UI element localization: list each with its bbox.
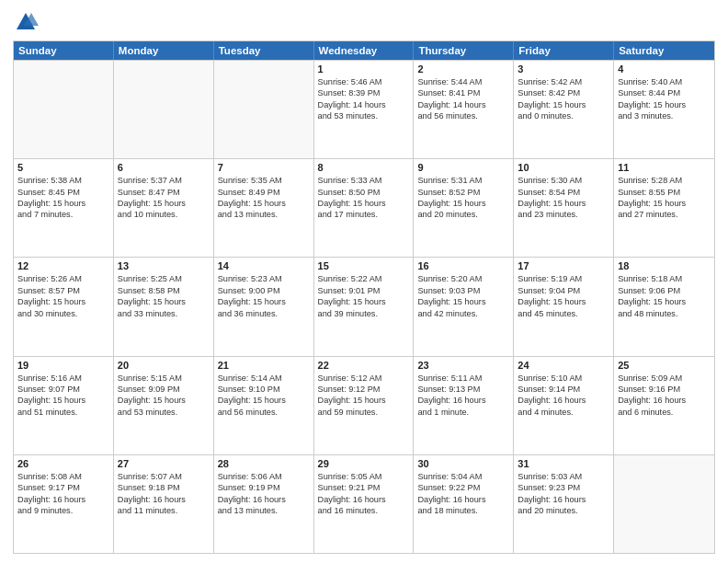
calendar-cell: 24Sunrise: 5:10 AMSunset: 9:14 PMDayligh… [514, 357, 614, 454]
cell-line: and 36 minutes. [218, 308, 310, 319]
day-number: 17 [518, 260, 609, 271]
cell-line: and 42 minutes. [417, 308, 509, 319]
day-number: 12 [17, 260, 109, 271]
calendar-cell: 23Sunrise: 5:11 AMSunset: 9:13 PMDayligh… [414, 357, 514, 454]
day-number: 26 [17, 458, 109, 469]
logo-icon [13, 9, 39, 35]
cell-line: Sunrise: 5:30 AM [518, 175, 609, 186]
cell-line: Sunset: 8:55 PM [618, 187, 711, 198]
cell-line: and 17 minutes. [318, 209, 410, 220]
cell-line: Sunset: 9:22 PM [417, 482, 509, 493]
calendar-cell: 2Sunrise: 5:44 AMSunset: 8:41 PMDaylight… [414, 61, 514, 158]
calendar-row-4: 26Sunrise: 5:08 AMSunset: 9:17 PMDayligh… [14, 454, 714, 553]
calendar-cell: 11Sunrise: 5:28 AMSunset: 8:55 PMDayligh… [614, 159, 714, 257]
cell-line: Daylight: 16 hours [17, 494, 109, 505]
cell-line: Sunrise: 5:14 AM [218, 373, 310, 384]
cell-line: Sunset: 8:44 PM [618, 87, 711, 98]
cell-line: Sunrise: 5:40 AM [618, 76, 711, 87]
header-day-sunday: Sunday [14, 41, 114, 60]
cell-line: Daylight: 15 hours [118, 296, 210, 307]
cell-line: Daylight: 15 hours [417, 198, 509, 209]
cell-line: Sunset: 8:52 PM [417, 187, 509, 198]
calendar-cell: 20Sunrise: 5:15 AMSunset: 9:09 PMDayligh… [114, 357, 214, 454]
cell-line: Sunset: 9:10 PM [218, 384, 310, 395]
header-day-tuesday: Tuesday [214, 41, 314, 60]
day-number: 30 [417, 458, 509, 469]
cell-line: and 11 minutes. [118, 505, 210, 516]
header-day-wednesday: Wednesday [314, 41, 415, 60]
cell-line: Daylight: 15 hours [618, 296, 711, 307]
day-number: 7 [218, 162, 310, 173]
cell-line: and 18 minutes. [417, 505, 509, 516]
cell-line: Sunset: 9:17 PM [17, 482, 109, 493]
calendar-cell [614, 455, 714, 553]
cell-line: Sunset: 9:06 PM [618, 285, 711, 296]
cell-line: and 56 minutes. [417, 110, 509, 121]
calendar-cell: 21Sunrise: 5:14 AMSunset: 9:10 PMDayligh… [214, 357, 314, 454]
cell-line: Sunset: 9:14 PM [518, 384, 609, 395]
day-number: 23 [417, 360, 509, 371]
calendar: SundayMondayTuesdayWednesdayThursdayFrid… [13, 40, 715, 554]
cell-line: and 13 minutes. [218, 209, 310, 220]
cell-line: Sunset: 9:09 PM [118, 384, 210, 395]
cell-line: Sunrise: 5:31 AM [417, 175, 509, 186]
day-number: 31 [518, 458, 609, 469]
cell-line: and 4 minutes. [518, 407, 609, 418]
cell-line: and 53 minutes. [318, 110, 410, 121]
day-number: 20 [118, 360, 210, 371]
cell-line: and 45 minutes. [518, 308, 609, 319]
cell-line: Sunrise: 5:12 AM [318, 373, 410, 384]
cell-line: Sunset: 9:16 PM [618, 384, 711, 395]
cell-line: Daylight: 15 hours [318, 198, 410, 209]
calendar-cell: 17Sunrise: 5:19 AMSunset: 9:04 PMDayligh… [514, 258, 614, 355]
cell-line: and 0 minutes. [518, 110, 609, 121]
day-number: 18 [618, 260, 711, 271]
calendar-cell: 3Sunrise: 5:42 AMSunset: 8:42 PMDaylight… [514, 61, 614, 158]
day-number: 25 [618, 360, 711, 371]
calendar-cell: 14Sunrise: 5:23 AMSunset: 9:00 PMDayligh… [214, 258, 314, 355]
page: SundayMondayTuesdayWednesdayThursdayFrid… [0, 0, 728, 563]
cell-line: Daylight: 15 hours [17, 395, 109, 406]
day-number: 28 [218, 458, 310, 469]
calendar-row-3: 19Sunrise: 5:16 AMSunset: 9:07 PMDayligh… [14, 356, 714, 454]
cell-line: Sunset: 9:19 PM [218, 482, 310, 493]
cell-line: Sunrise: 5:25 AM [118, 273, 210, 284]
cell-line: Sunrise: 5:22 AM [318, 273, 410, 284]
cell-line: Sunset: 9:03 PM [417, 285, 509, 296]
cell-line: Sunset: 8:39 PM [318, 87, 410, 98]
day-number: 6 [118, 162, 210, 173]
cell-line: and 7 minutes. [17, 209, 109, 220]
cell-line: and 39 minutes. [318, 308, 410, 319]
cell-line: Sunrise: 5:44 AM [417, 76, 509, 87]
cell-line: and 27 minutes. [618, 209, 711, 220]
cell-line: Sunrise: 5:03 AM [518, 471, 609, 482]
cell-line: Sunset: 9:18 PM [118, 482, 210, 493]
cell-line: Sunrise: 5:35 AM [218, 175, 310, 186]
cell-line: Sunrise: 5:10 AM [518, 373, 609, 384]
calendar-cell: 4Sunrise: 5:40 AMSunset: 8:44 PMDaylight… [614, 61, 714, 158]
cell-line: Daylight: 15 hours [318, 296, 410, 307]
day-number: 14 [218, 260, 310, 271]
cell-line: Sunset: 8:49 PM [218, 187, 310, 198]
calendar-cell [114, 61, 214, 158]
calendar-cell: 16Sunrise: 5:20 AMSunset: 9:03 PMDayligh… [414, 258, 514, 355]
calendar-cell: 9Sunrise: 5:31 AMSunset: 8:52 PMDaylight… [414, 159, 514, 257]
calendar-cell [214, 61, 314, 158]
cell-line: Daylight: 14 hours [417, 99, 509, 110]
cell-line: Daylight: 16 hours [518, 494, 609, 505]
cell-line: Sunset: 9:21 PM [318, 482, 410, 493]
cell-line: and 30 minutes. [17, 308, 109, 319]
calendar-cell: 25Sunrise: 5:09 AMSunset: 9:16 PMDayligh… [614, 357, 714, 454]
logo [13, 9, 42, 35]
day-number: 1 [318, 63, 410, 75]
cell-line: Sunrise: 5:16 AM [17, 373, 109, 384]
day-number: 19 [17, 360, 109, 371]
cell-line: Daylight: 16 hours [618, 395, 711, 406]
day-number: 8 [318, 162, 410, 173]
calendar-cell: 19Sunrise: 5:16 AMSunset: 9:07 PMDayligh… [14, 357, 114, 454]
cell-line: Daylight: 15 hours [618, 99, 711, 110]
day-number: 15 [318, 260, 410, 271]
cell-line: Daylight: 16 hours [417, 494, 509, 505]
header-day-thursday: Thursday [414, 41, 514, 60]
cell-line: Daylight: 15 hours [518, 99, 609, 110]
